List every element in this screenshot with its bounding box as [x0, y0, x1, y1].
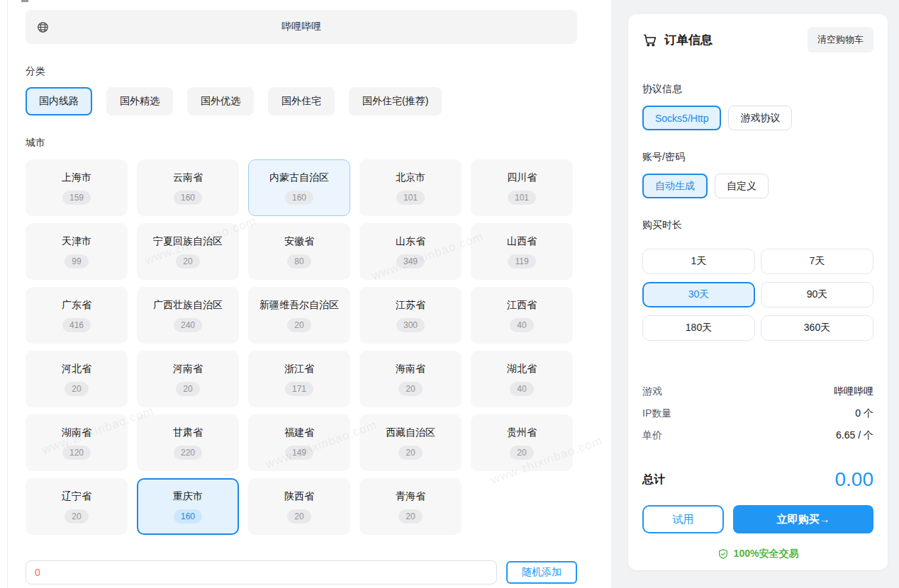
city-name: 内蒙古自治区: [269, 171, 329, 184]
city-card[interactable]: 河北省20: [26, 351, 128, 407]
order-card-header: 订单信息 清空购物车: [642, 27, 873, 52]
city-name: 四川省: [507, 171, 537, 184]
city-card[interactable]: 湖北省40: [471, 351, 573, 407]
city-name: 贵州省: [507, 426, 537, 439]
city-card[interactable]: 湖南省120: [26, 414, 128, 471]
city-name: 广西壮族自治区: [153, 299, 223, 312]
summary-value: 6.65 / 个: [836, 429, 873, 442]
city-card[interactable]: 安徽省80: [248, 223, 350, 280]
city-count-badge: 101: [508, 191, 536, 205]
city-card[interactable]: 上海市159: [26, 159, 128, 216]
city-card[interactable]: 云南省160: [137, 159, 239, 216]
category-tab-0[interactable]: 国内线路: [26, 87, 92, 115]
city-name: 新疆维吾尔自治区: [259, 299, 339, 312]
panel-left-border: [7, 0, 8, 588]
city-count-badge: 120: [62, 446, 91, 460]
city-count-badge: 20: [398, 446, 422, 460]
city-name: 宁夏回族自治区: [153, 235, 223, 248]
city-count-badge: 40: [510, 318, 533, 332]
city-card[interactable]: 四川省101: [471, 159, 573, 216]
city-name: 重庆市: [173, 490, 203, 503]
city-count-badge: 416: [62, 318, 91, 332]
city-card[interactable]: 西藏自治区20: [359, 414, 462, 471]
city-count-badge: 20: [398, 382, 422, 396]
account-options: 自动生成自定义: [642, 174, 873, 198]
city-card[interactable]: 天津市99: [26, 223, 128, 280]
city-name: 云南省: [173, 171, 203, 184]
city-card[interactable]: 陕西省20: [248, 478, 350, 535]
city-card[interactable]: 重庆市160: [137, 478, 239, 535]
duration-options: 1天7天30天90天180天360天: [642, 249, 873, 341]
duration-option-5[interactable]: 360天: [761, 315, 873, 341]
shopping-cart-icon: [642, 33, 657, 47]
city-count-badge: 349: [396, 254, 425, 268]
trial-button[interactable]: 试用: [642, 505, 724, 533]
category-tab-1[interactable]: 国外精选: [106, 87, 173, 115]
city-card[interactable]: 江苏省300: [359, 287, 462, 344]
city-card[interactable]: 广东省416: [26, 287, 128, 344]
summary-label: IP数量: [642, 407, 671, 420]
city-card[interactable]: 青海省20: [359, 478, 462, 535]
order-info-card: 订单信息 清空购物车 协议信息 Socks5/Http游戏协议 账号/密码 自动…: [628, 14, 888, 570]
city-name: 广东省: [62, 299, 91, 312]
city-name: 天津市: [62, 235, 91, 248]
buy-now-button[interactable]: 立即购买→: [733, 505, 873, 533]
game-search-bar[interactable]: 哔哩哔哩: [26, 10, 577, 44]
protocol-option-0[interactable]: Socks5/Http: [642, 106, 721, 130]
selected-game-label: 哔哩哔哩: [26, 21, 577, 33]
city-card[interactable]: 北京市101: [359, 159, 462, 216]
city-name: 江苏省: [396, 299, 425, 312]
city-card[interactable]: 贵州省20: [471, 414, 573, 471]
city-name: 山东省: [396, 235, 425, 248]
city-count-badge: 20: [287, 509, 311, 524]
protocol-option-1[interactable]: 游戏协议: [728, 106, 792, 130]
city-count-badge: 101: [396, 191, 425, 205]
duration-option-1[interactable]: 7天: [761, 249, 873, 274]
city-name: 湖南省: [62, 426, 91, 439]
city-name: 北京市: [396, 171, 425, 184]
city-card[interactable]: 甘肃省220: [137, 414, 239, 471]
globe-icon: [37, 21, 49, 33]
city-card[interactable]: 浙江省171: [248, 351, 350, 407]
city-card[interactable]: 河南省20: [137, 351, 239, 407]
order-info-title: 订单信息: [664, 32, 713, 48]
city-card[interactable]: 福建省149: [248, 414, 350, 471]
duration-option-2[interactable]: 30天: [642, 282, 755, 307]
category-tabs: 国内线路国外精选国外优选国外住宅国外住宅(推荐): [26, 87, 611, 115]
duration-option-3[interactable]: 90天: [761, 282, 873, 307]
city-count-badge: 159: [62, 191, 91, 205]
city-card[interactable]: 广西壮族自治区240: [137, 287, 239, 344]
city-card[interactable]: 新疆维吾尔自治区20: [248, 287, 350, 344]
account-option-0[interactable]: 自动生成: [642, 174, 708, 198]
city-card[interactable]: 山西省119: [471, 223, 573, 280]
duration-option-0[interactable]: 1天: [642, 249, 755, 274]
city-count-badge: 160: [285, 191, 313, 205]
duration-section-label: 购买时长: [642, 219, 873, 232]
category-tab-3[interactable]: 国外住宅: [268, 87, 335, 115]
city-count-badge: 160: [174, 509, 202, 524]
city-card[interactable]: 山东省349: [359, 223, 462, 280]
summary-row: 游戏哔哩哔哩: [642, 385, 873, 398]
city-name: 河南省: [173, 363, 203, 375]
city-card[interactable]: 辽宁省20: [26, 478, 128, 535]
city-card[interactable]: 江西省40: [471, 287, 573, 344]
account-option-1[interactable]: 自定义: [715, 174, 769, 198]
city-card[interactable]: 内蒙古自治区160: [248, 159, 350, 216]
line-selection-panel: 哔哩哔哩 分类 国内线路国外精选国外优选国外住宅国外住宅(推荐) 城市 上海市1…: [0, 0, 611, 588]
quantity-input[interactable]: [26, 560, 497, 584]
summary-label: 单价: [642, 429, 662, 442]
city-card[interactable]: 宁夏回族自治区20: [137, 223, 239, 280]
summary-row: 单价6.65 / 个: [642, 429, 873, 442]
category-tab-2[interactable]: 国外优选: [187, 87, 254, 115]
city-name: 西藏自治区: [386, 426, 435, 439]
total-label: 总计: [642, 473, 665, 487]
city-card[interactable]: 海南省20: [359, 351, 462, 407]
protocol-section-label: 协议信息: [642, 83, 873, 96]
category-tab-4[interactable]: 国外住宅(推荐): [349, 87, 442, 115]
clear-cart-button[interactable]: 清空购物车: [808, 27, 873, 52]
random-add-button[interactable]: 随机添加: [506, 561, 577, 584]
city-count-badge: 119: [508, 254, 535, 268]
duration-option-4[interactable]: 180天: [642, 315, 755, 341]
city-section-label: 城市: [26, 137, 611, 149]
shield-check-icon: [717, 548, 729, 560]
